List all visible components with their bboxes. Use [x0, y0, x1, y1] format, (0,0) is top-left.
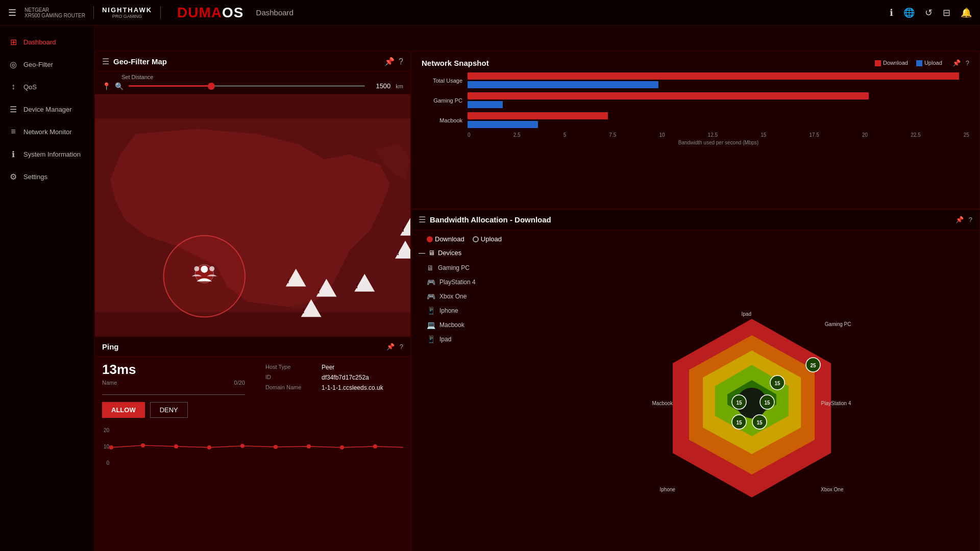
bw-title: Bandwidth Allocation - Download [430, 215, 945, 224]
iphone-icon: 📱 [427, 307, 435, 315]
layout-icon[interactable]: ⊟ [943, 7, 950, 18]
qos-icon: ↕ [8, 82, 18, 92]
network-monitor-icon: ≡ [8, 127, 18, 137]
ping-help-icon[interactable]: ? [400, 343, 403, 350]
pin-icon[interactable]: 📌 [384, 57, 395, 66]
host-type-value: Peer [322, 364, 383, 371]
bw-radio-download[interactable]: Download [427, 235, 464, 243]
sidebar-item-system-information[interactable]: ℹ System Information [0, 143, 94, 165]
svg-point-44 [340, 445, 344, 449]
ping-chart: 20 10 0 [102, 423, 403, 464]
ping-allow-button[interactable]: ALLOW [102, 402, 145, 418]
topnav-left: ☰ NETGEAR XR500 GAMING ROUTER NIGHTHAWK … [8, 5, 293, 21]
help-icon[interactable]: ? [399, 57, 403, 66]
info-icon[interactable]: ℹ [890, 7, 893, 18]
ping-top-row: 13ms Name 0/20 ALLOW DENY Host Type Peer [102, 362, 403, 418]
bw-menu-icon[interactable]: ☰ [419, 215, 426, 224]
ping-name-input[interactable] [102, 387, 245, 395]
sidebar-item-device-manager[interactable]: ☰ Device Manager [0, 98, 94, 120]
ns-bars-macbook [468, 112, 969, 128]
bw-help-icon[interactable]: ? [969, 216, 972, 223]
ns-x-axis: 0 2.5 5 7.5 10 12.5 15 17.5 20 22.5 25 [468, 132, 969, 138]
ping-ms: 13ms [102, 362, 245, 378]
svg-point-5 [194, 266, 199, 271]
map-container[interactable]: ! ! ! ! ! ! [95, 94, 410, 336]
hex-label-iphone: Iphone [660, 487, 676, 492]
gaming-pc-icon: 🖥 [427, 264, 434, 272]
bw-device-xbox[interactable]: 🎮 Xbox One [419, 289, 517, 304]
zoom-icon[interactable]: 🔍 [115, 82, 124, 90]
radio-download-dot [427, 236, 433, 242]
ping-chart-svg: 20 10 0 [102, 427, 403, 468]
svg-point-39 [174, 444, 178, 448]
ns-help-icon[interactable]: ? [966, 59, 969, 67]
right-column: Network Snapshot Download Upload 📌 ? Tot… [411, 51, 980, 551]
sidebar: ⊞ Dashboard ◎ Geo-Filter ↕ QoS ☰ Device … [0, 26, 94, 551]
bandwidth-panel: ☰ Bandwidth Allocation - Download 📌 ? Do… [411, 209, 980, 551]
sidebar-item-label: Geo-Filter [23, 61, 53, 68]
ns-pin-icon[interactable]: 📌 [952, 59, 961, 67]
refresh-icon[interactable]: ↺ [925, 7, 933, 18]
ping-deny-button[interactable]: DENY [150, 402, 188, 418]
globe-icon[interactable]: 🌐 [903, 7, 915, 18]
ping-name-counter: 0/20 [234, 380, 245, 386]
hex-label-macbook: Macbook [652, 400, 673, 406]
svg-point-42 [274, 445, 278, 449]
svg-text:!: ! [287, 278, 289, 285]
bw-device-ipad[interactable]: 📱 Ipad [419, 332, 517, 346]
sidebar-item-label: Settings [23, 173, 47, 181]
svg-point-41 [240, 444, 244, 448]
svg-point-45 [373, 444, 377, 448]
radio-upload-dot [473, 236, 479, 242]
download-legend-dot [875, 60, 881, 66]
location-icon[interactable]: 📍 [102, 82, 111, 90]
hamburger-menu-icon[interactable]: ☰ [102, 57, 109, 66]
bw-devices-header[interactable]: — 🖥 Devices [419, 249, 517, 257]
map-controls: 📍 🔍 [102, 82, 124, 90]
menu-hamburger[interactable]: ☰ [8, 7, 16, 18]
domain-label: Domain Name [265, 384, 316, 391]
svg-point-43 [307, 444, 311, 448]
bw-device-macbook[interactable]: 💻 Macbook [419, 318, 517, 332]
ns-label-gamingpc: Gaming PC [422, 97, 462, 104]
ping-left: 13ms Name 0/20 ALLOW DENY [102, 362, 245, 418]
sidebar-item-settings[interactable]: ⚙ Settings [0, 165, 94, 188]
device-group-icon: 🖥 [428, 249, 435, 257]
ping-pin-icon[interactable]: 📌 [386, 343, 395, 350]
geofilter-icon: ◎ [8, 59, 18, 69]
sidebar-item-geofilter[interactable]: ◎ Geo-Filter [0, 53, 94, 76]
ns-bar-total-download [468, 72, 959, 80]
svg-text:!: ! [317, 287, 320, 295]
playstation-icon: 🎮 [427, 278, 435, 286]
bw-device-iphone[interactable]: 📱 Iphone [419, 304, 517, 318]
bw-hexagon: 25 15 15 15 15 15 [524, 230, 979, 551]
bw-pin-icon[interactable]: 📌 [955, 216, 964, 223]
ns-row-gamingpc: Gaming PC [422, 92, 969, 108]
download-legend: Download [875, 60, 908, 66]
svg-text:!: ! [397, 248, 400, 257]
ns-header: Network Snapshot Download Upload 📌 ? [422, 59, 969, 67]
ns-bar-gamingpc-download [468, 92, 869, 99]
ping-right: Host Type Peer ID df34fb7d17c252a Domain… [265, 364, 383, 391]
bw-device-playstation[interactable]: 🎮 PlayStation 4 [419, 275, 517, 289]
bw-radio-upload[interactable]: Upload [473, 235, 502, 243]
bw-device-gaming-pc[interactable]: 🖥 Gaming PC [419, 261, 517, 275]
topnav-right: ℹ 🌐 ↺ ⊟ 🔔 [890, 7, 972, 18]
set-distance-bar: Set Distance 📍 🔍 1500 km [95, 72, 410, 94]
svg-point-37 [109, 445, 113, 449]
ns-x-label: Bandwidth used per second (Mbps) [468, 140, 969, 145]
sidebar-item-network-monitor[interactable]: ≡ Network Monitor [0, 120, 94, 143]
host-type-label: Host Type [265, 364, 316, 371]
id-value: df34fb7d17c252a [322, 374, 383, 381]
sidebar-item-qos[interactable]: ↕ QoS [0, 76, 94, 98]
svg-text:!: ! [402, 225, 405, 233]
bw-content: Download Upload — 🖥 Devices [411, 230, 979, 551]
distance-slider[interactable] [129, 81, 365, 91]
ipad-icon: 📱 [427, 335, 435, 343]
ping-actions: ALLOW DENY [102, 402, 245, 418]
sidebar-item-dashboard[interactable]: ⊞ Dashboard [0, 31, 94, 53]
settings-icon: ⚙ [8, 171, 18, 182]
bell-icon[interactable]: 🔔 [961, 7, 972, 18]
bw-radio-group: Download Upload [419, 235, 517, 243]
svg-point-4 [201, 266, 208, 273]
